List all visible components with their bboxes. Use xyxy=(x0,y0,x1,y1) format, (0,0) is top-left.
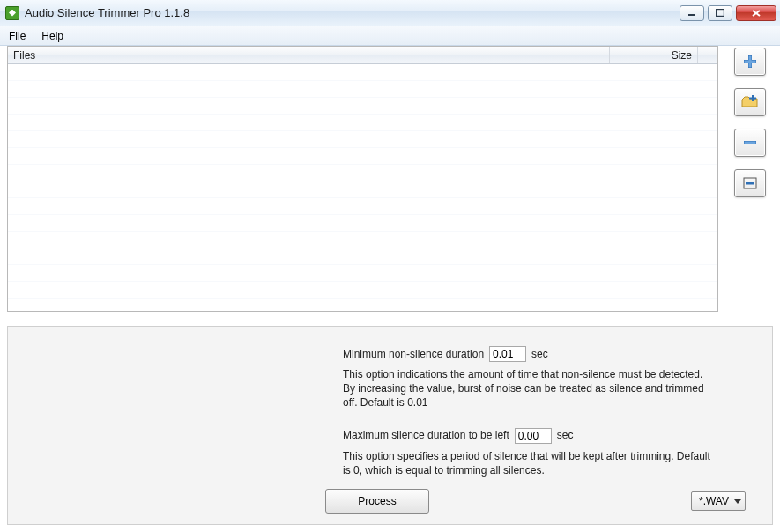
max-silence-input[interactable] xyxy=(515,428,552,444)
menu-file[interactable]: File xyxy=(9,30,26,42)
svg-rect-7 xyxy=(745,61,756,63)
options-panel: Minimum non-silence duration sec This op… xyxy=(7,326,773,525)
maximize-icon xyxy=(716,9,724,17)
file-list[interactable]: Files Size xyxy=(7,46,718,312)
min-nonsilence-unit: sec xyxy=(531,347,548,361)
column-size[interactable]: Size xyxy=(610,47,698,63)
minus-icon xyxy=(742,135,758,151)
min-nonsilence-desc: This option indications the amount of ti… xyxy=(343,367,713,410)
max-silence-desc: This option specifies a period of silenc… xyxy=(343,449,713,477)
svg-rect-13 xyxy=(746,182,754,185)
menu-bar: File Help xyxy=(0,26,780,46)
close-button[interactable] xyxy=(736,5,776,21)
plus-icon xyxy=(742,54,758,70)
minimize-button[interactable] xyxy=(680,5,704,21)
remove-all-button[interactable] xyxy=(734,169,766,197)
close-icon xyxy=(751,9,761,18)
title-bar: Audio Silence Trimmer Pro 1.1.8 xyxy=(0,0,780,26)
max-silence-label: Maximum silence duration to be left xyxy=(343,428,509,442)
max-silence-unit: sec xyxy=(557,428,574,442)
min-nonsilence-input[interactable] xyxy=(489,346,526,362)
chevron-down-icon xyxy=(734,499,741,504)
file-list-body[interactable] xyxy=(8,64,717,311)
output-format-value: *.WAV xyxy=(699,495,729,507)
add-file-button[interactable] xyxy=(734,48,766,76)
column-files[interactable]: Files xyxy=(8,47,610,63)
side-toolbar xyxy=(734,46,773,197)
window-title: Audio Silence Trimmer Pro 1.1.8 xyxy=(25,6,680,19)
folder-plus-icon xyxy=(741,94,759,110)
output-format-select[interactable]: *.WAV xyxy=(691,491,746,511)
app-icon xyxy=(5,6,19,20)
file-list-header: Files Size xyxy=(8,47,717,64)
maximize-button[interactable] xyxy=(708,5,732,21)
window-controls xyxy=(680,5,776,21)
svg-rect-0 xyxy=(688,14,695,16)
svg-rect-9 xyxy=(749,98,756,100)
remove-button[interactable] xyxy=(734,129,766,157)
column-spacer xyxy=(698,47,717,63)
svg-rect-11 xyxy=(745,142,756,144)
add-folder-button[interactable] xyxy=(734,88,766,116)
minimize-icon xyxy=(687,10,696,17)
min-nonsilence-label: Minimum non-silence duration xyxy=(343,347,484,361)
svg-rect-1 xyxy=(717,10,724,17)
menu-help[interactable]: Help xyxy=(41,30,63,42)
clear-all-icon xyxy=(742,175,758,191)
process-button[interactable]: Process xyxy=(325,489,429,514)
